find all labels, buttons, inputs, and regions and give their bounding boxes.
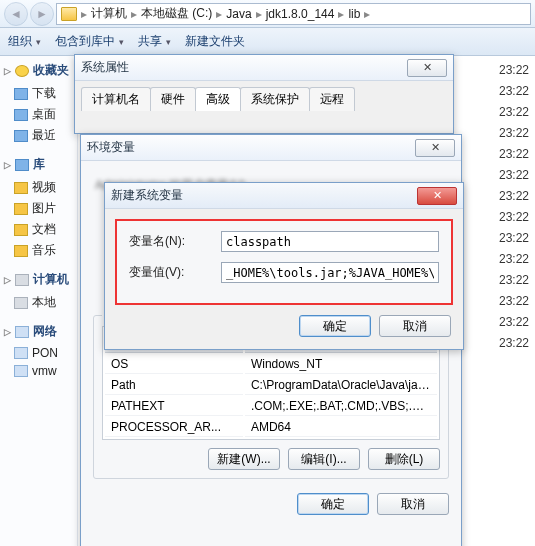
- sidebar-item-recent[interactable]: 最近: [4, 125, 73, 146]
- file-time: 23:22: [499, 333, 529, 354]
- sidebar-item-documents[interactable]: 文档: [4, 219, 73, 240]
- include-in-library-menu[interactable]: 包含到库中▾: [55, 33, 124, 50]
- file-time: 23:22: [499, 291, 529, 312]
- sidebar-item-downloads[interactable]: 下载: [4, 83, 73, 104]
- sidebar-libraries-header[interactable]: ▷库: [4, 156, 73, 173]
- pc-icon: [14, 365, 28, 377]
- ok-button[interactable]: 确定: [297, 493, 369, 515]
- network-icon: [15, 326, 29, 338]
- chevron-right-icon: ▸: [364, 7, 370, 21]
- breadcrumb-item[interactable]: jdk1.8.0_144: [266, 7, 335, 21]
- cancel-button[interactable]: 取消: [379, 315, 451, 337]
- cancel-button[interactable]: 取消: [377, 493, 449, 515]
- variable-value-label: 变量值(V):: [129, 264, 211, 281]
- variable-name-input[interactable]: [221, 231, 439, 252]
- navigation-sidebar: ▷收藏夹 下载 桌面 最近 ▷库 视频 图片 文档 音乐 ▷计算机 本地 ▷网络…: [0, 56, 78, 546]
- table-row[interactable]: PATHEXT.COM;.EXE;.BAT;.CMD;.VBS;.VBE;...: [105, 397, 437, 416]
- breadcrumb-item[interactable]: lib: [348, 7, 360, 21]
- window-title: 系统属性: [81, 59, 129, 76]
- sidebar-item-localdisk[interactable]: 本地: [4, 292, 73, 313]
- close-button[interactable]: ✕: [415, 139, 455, 157]
- share-menu[interactable]: 共享▾: [138, 33, 171, 50]
- tab-computer-name[interactable]: 计算机名: [81, 87, 151, 111]
- file-time: 23:22: [499, 123, 529, 144]
- breadcrumb-item[interactable]: 计算机: [91, 5, 127, 22]
- table-row[interactable]: PROCESSOR_AR...AMD64: [105, 418, 437, 437]
- sidebar-item-desktop[interactable]: 桌面: [4, 104, 73, 125]
- breadcrumb-item[interactable]: 本地磁盘 (C:): [141, 5, 212, 22]
- close-button[interactable]: ✕: [407, 59, 447, 77]
- file-time: 23:22: [499, 228, 529, 249]
- sidebar-favorites-header[interactable]: ▷收藏夹: [4, 62, 73, 79]
- sidebar-item-network-vmw[interactable]: vmw: [4, 362, 73, 380]
- sidebar-network-header[interactable]: ▷网络: [4, 323, 73, 340]
- system-properties-titlebar[interactable]: 系统属性 ✕: [75, 55, 453, 81]
- file-time: 23:22: [499, 249, 529, 270]
- tab-remote[interactable]: 远程: [309, 87, 355, 111]
- download-icon: [14, 88, 28, 100]
- file-time: 23:22: [499, 81, 529, 102]
- edit-variable-button[interactable]: 编辑(I)...: [288, 448, 360, 470]
- delete-variable-button[interactable]: 删除(L): [368, 448, 440, 470]
- ok-button[interactable]: 确定: [299, 315, 371, 337]
- window-title: 新建系统变量: [111, 187, 183, 204]
- file-time: 23:22: [499, 60, 529, 81]
- file-modified-column: 23:22 23:22 23:22 23:22 23:22 23:22 23:2…: [499, 60, 529, 354]
- env-titlebar[interactable]: 环境变量 ✕: [81, 135, 461, 161]
- chevron-right-icon: ▸: [256, 7, 262, 21]
- file-time: 23:22: [499, 165, 529, 186]
- disk-icon: [14, 297, 28, 309]
- document-icon: [14, 224, 28, 236]
- sidebar-item-videos[interactable]: 视频: [4, 177, 73, 198]
- newvar-titlebar[interactable]: 新建系统变量 ✕: [105, 183, 463, 209]
- video-icon: [14, 182, 28, 194]
- sidebar-item-network-pon[interactable]: PON: [4, 344, 73, 362]
- tab-system-protection[interactable]: 系统保护: [240, 87, 310, 111]
- sidebar-item-music[interactable]: 音乐: [4, 240, 73, 261]
- window-title: 环境变量: [87, 139, 135, 156]
- explorer-address-bar: ◄ ► ▸ 计算机 ▸ 本地磁盘 (C:) ▸ Java ▸ jdk1.8.0_…: [0, 0, 535, 28]
- chevron-right-icon: ▸: [81, 7, 87, 21]
- organize-menu[interactable]: 组织▾: [8, 33, 41, 50]
- nav-forward-button[interactable]: ►: [30, 2, 54, 26]
- explorer-command-bar: 组织▾ 包含到库中▾ 共享▾ 新建文件夹: [0, 28, 535, 56]
- tab-advanced[interactable]: 高级: [195, 87, 241, 111]
- nav-back-button[interactable]: ◄: [4, 2, 28, 26]
- file-time: 23:22: [499, 207, 529, 228]
- system-properties-window: 系统属性 ✕ 计算机名 硬件 高级 系统保护 远程: [74, 54, 454, 134]
- file-time: 23:22: [499, 186, 529, 207]
- table-row[interactable]: OSWindows_NT: [105, 355, 437, 374]
- music-icon: [14, 245, 28, 257]
- highlighted-form-area: 变量名(N): 变量值(V):: [115, 219, 453, 305]
- chevron-right-icon: ▸: [131, 7, 137, 21]
- close-button[interactable]: ✕: [417, 187, 457, 205]
- library-icon: [15, 159, 29, 171]
- chevron-down-icon: ▾: [36, 37, 41, 47]
- folder-icon: [61, 7, 77, 21]
- chevron-down-icon: ▾: [119, 37, 124, 47]
- new-folder-button[interactable]: 新建文件夹: [185, 33, 245, 50]
- variable-name-label: 变量名(N):: [129, 233, 211, 250]
- system-properties-tabs: 计算机名 硬件 高级 系统保护 远程: [75, 81, 453, 111]
- sidebar-item-pictures[interactable]: 图片: [4, 198, 73, 219]
- breadcrumb-item[interactable]: Java: [226, 7, 251, 21]
- computer-icon: [15, 274, 29, 286]
- table-row[interactable]: PathC:\ProgramData\Oracle\Java\java...: [105, 376, 437, 395]
- file-time: 23:22: [499, 102, 529, 123]
- file-time: 23:22: [499, 270, 529, 291]
- pc-icon: [14, 347, 28, 359]
- file-time: 23:22: [499, 312, 529, 333]
- star-icon: [15, 65, 29, 77]
- chevron-right-icon: ▸: [338, 7, 344, 21]
- new-variable-button[interactable]: 新建(W)...: [208, 448, 280, 470]
- address-bar[interactable]: ▸ 计算机 ▸ 本地磁盘 (C:) ▸ Java ▸ jdk1.8.0_144 …: [56, 3, 531, 25]
- variable-value-input[interactable]: [221, 262, 439, 283]
- recent-icon: [14, 130, 28, 142]
- sidebar-computer-header[interactable]: ▷计算机: [4, 271, 73, 288]
- new-system-variable-dialog: 新建系统变量 ✕ 变量名(N): 变量值(V): 确定 取消: [104, 182, 464, 350]
- desktop-icon: [14, 109, 28, 121]
- file-time: 23:22: [499, 144, 529, 165]
- picture-icon: [14, 203, 28, 215]
- tab-hardware[interactable]: 硬件: [150, 87, 196, 111]
- chevron-right-icon: ▸: [216, 7, 222, 21]
